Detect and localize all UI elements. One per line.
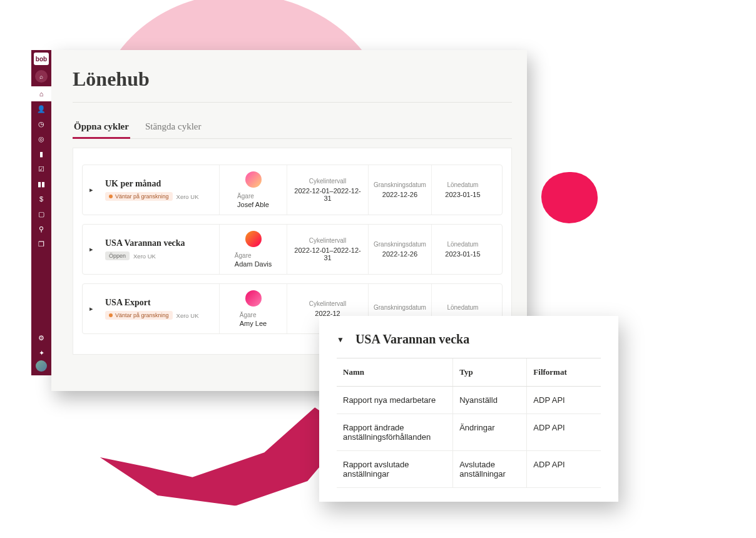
- cell-name: Rapport nya medarbetare: [337, 387, 453, 414]
- cell-type: Ändringar: [453, 414, 527, 451]
- paydate-value: 2023-01-15: [445, 191, 480, 198]
- cycle-detail-popup: ▼ USA Varannan vecka Namn Typ Filformat …: [319, 316, 618, 502]
- review-label: Granskningsdatum: [374, 241, 426, 248]
- interval-value: 2022-12-01–2022-12-31: [292, 246, 363, 261]
- owner-avatar: [245, 171, 262, 188]
- cell-name: Rapport avslutade anställningar: [337, 451, 453, 488]
- interval-value: 2022-12-01–2022-12-31: [292, 187, 363, 202]
- review-label: Granskningsdatum: [374, 304, 426, 311]
- paydate-label: Lönedatum: [447, 304, 478, 311]
- owner-name: Amy Lee: [240, 320, 267, 327]
- cell-format: ADP API: [527, 451, 601, 488]
- divider: [73, 102, 512, 103]
- paydate-value: 2023-01-15: [445, 250, 480, 258]
- checkbox-icon[interactable]: ☑: [31, 161, 51, 176]
- money-icon[interactable]: $: [31, 191, 51, 206]
- reports-table: Namn Typ Filformat Rapport nya medarbeta…: [337, 358, 601, 488]
- owner-avatar: [245, 290, 262, 307]
- status-badge: Öppen: [105, 251, 130, 260]
- document-icon[interactable]: ▮: [31, 146, 51, 161]
- home-icon[interactable]: ⌂: [31, 86, 51, 101]
- cell-format: ADP API: [527, 414, 601, 451]
- status-badge: Väntar på granskning: [105, 311, 173, 320]
- table-row[interactable]: Rapport nya medarbetare Nyanställd ADP A…: [337, 387, 601, 414]
- gear-icon[interactable]: ⚙: [31, 330, 51, 345]
- decorative-blob-dot: [541, 172, 598, 223]
- org-icon[interactable]: ⚲: [31, 221, 51, 236]
- owner-label: Ägare: [235, 252, 272, 259]
- th-type: Typ: [453, 358, 527, 387]
- sidebar: bob ⌕ ⌂ 👤 ◷ ◎ ▮ ☑ ▮▮ $ ▢ ⚲ ❐ ⚙ ✦: [31, 50, 51, 375]
- table-row[interactable]: Rapport avslutade anställningar Avslutad…: [337, 451, 601, 488]
- tab-closed-cycles[interactable]: Stängda cykler: [144, 116, 203, 138]
- ring-icon[interactable]: ◎: [31, 131, 51, 146]
- source-label: Xero UK: [176, 193, 199, 200]
- clipboard-icon[interactable]: ▢: [31, 206, 51, 221]
- paydate-label: Lönedatum: [447, 241, 478, 248]
- tab-open-cycles[interactable]: Öppna cykler: [73, 116, 130, 138]
- cell-format: ADP API: [527, 387, 601, 414]
- owner-name: Adam Davis: [235, 260, 272, 268]
- interval-label: Cykelintervall: [309, 178, 346, 185]
- interval-label: Cykelintervall: [309, 300, 346, 307]
- tabs: Öppna cykler Stängda cykler: [73, 116, 512, 139]
- gift-icon[interactable]: ❐: [31, 236, 51, 251]
- status-badge: Väntar på granskning: [105, 192, 173, 201]
- cycle-name: USA Export: [105, 298, 214, 308]
- owner-label: Ägare: [237, 193, 269, 200]
- cell-type: Avslutade anställningar: [453, 451, 527, 488]
- expand-toggle[interactable]: ▸: [83, 225, 100, 274]
- source-label: Xero UK: [133, 253, 156, 260]
- logo[interactable]: bob: [34, 53, 49, 65]
- source-label: Xero UK: [176, 312, 199, 319]
- person-add-icon[interactable]: 👤: [31, 101, 51, 116]
- clock-icon[interactable]: ◷: [31, 116, 51, 131]
- cycle-row: ▸ USA Varannan vecka Öppen Xero UK Ägare…: [82, 224, 503, 275]
- bell-icon[interactable]: ✦: [31, 345, 51, 360]
- th-format: Filformat: [527, 358, 601, 387]
- table-row[interactable]: Rapport ändrade anställningsförhållanden…: [337, 414, 601, 451]
- cell-type: Nyanställd: [453, 387, 527, 414]
- cycle-row: ▸ UK per månad Väntar på granskning Xero…: [82, 165, 503, 215]
- owner-avatar: [245, 231, 262, 247]
- review-value: 2022-12-26: [382, 250, 417, 258]
- expand-toggle[interactable]: ▸: [83, 284, 100, 333]
- user-avatar[interactable]: [36, 360, 47, 372]
- cell-name: Rapport ändrade anställningsförhållanden: [337, 414, 453, 451]
- interval-label: Cykelintervall: [309, 237, 346, 244]
- owner-label: Ägare: [240, 312, 267, 318]
- review-label: Granskningsdatum: [374, 181, 426, 188]
- expand-toggle[interactable]: ▸: [83, 165, 100, 215]
- popup-title: USA Varannan vecka: [355, 332, 469, 347]
- review-value: 2022-12-26: [382, 191, 417, 198]
- paydate-label: Lönedatum: [447, 181, 478, 188]
- search-icon[interactable]: ⌕: [35, 70, 48, 83]
- cycle-name: UK per månad: [105, 179, 214, 189]
- owner-name: Josef Able: [237, 201, 269, 208]
- th-name: Namn: [337, 358, 453, 387]
- collapse-toggle[interactable]: ▼: [337, 335, 344, 344]
- chart-icon[interactable]: ▮▮: [31, 176, 51, 191]
- page-title: Lönehub: [73, 68, 512, 91]
- cycle-name: USA Varannan vecka: [105, 238, 214, 248]
